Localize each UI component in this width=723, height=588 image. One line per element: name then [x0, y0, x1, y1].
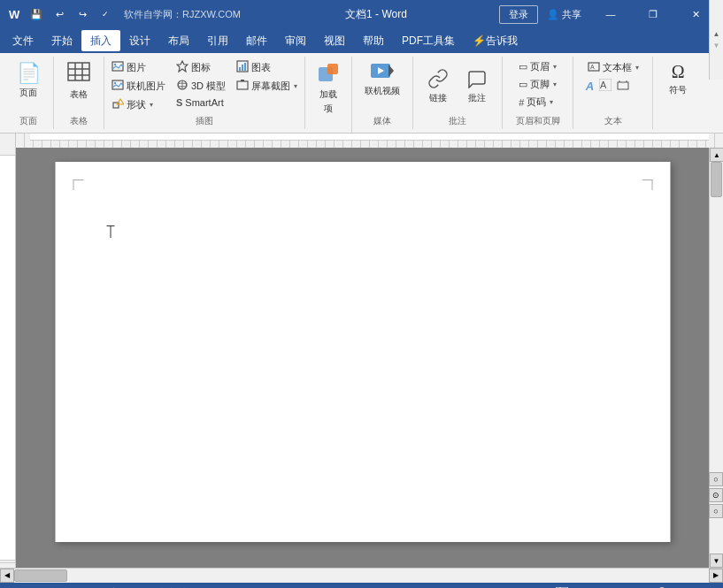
scroll-right-button[interactable]: ▶ [709, 569, 723, 583]
vertical-scrollbar[interactable]: ▲ ○ ⊙ ○ ▼ [709, 148, 723, 568]
page-icon: 📄 [17, 62, 41, 85]
ribbon-btn-smartart[interactable]: S SmartArt [173, 95, 229, 110]
ribbon-group-links: 链接 批注 批注 [413, 57, 503, 129]
ribbon-btn-screenshot[interactable]: 屏幕截图 ▾ [233, 77, 301, 95]
ribbon-btn-page[interactable]: 📄 页面 [11, 58, 46, 103]
menu-tell-me[interactable]: ⚡告诉我 [464, 30, 527, 51]
pagenumber-dropdown: ▾ [550, 98, 553, 106]
menu-mail[interactable]: 邮件 [237, 30, 276, 51]
menu-design[interactable]: 设计 [120, 30, 159, 51]
share-button[interactable]: 👤 共享 [540, 6, 588, 23]
ribbon-btn-icons[interactable]: 图标 [173, 58, 229, 76]
view-read-btn[interactable]: ⊟ [575, 584, 591, 588]
ribbon: 📄 页面 页面 表格 表格 [0, 53, 723, 134]
status-bar-right: ▤ ⊟ − + 100% [533, 584, 716, 588]
ribbon-btn-symbol[interactable]: Ω 符号 [660, 58, 696, 100]
link-icon [427, 69, 449, 90]
menu-review[interactable]: 审阅 [276, 30, 315, 51]
online-picture-icon [112, 79, 124, 93]
login-button[interactable]: 登录 [499, 5, 538, 24]
svg-rect-9 [112, 80, 123, 89]
minimize-button[interactable]: — [590, 0, 631, 28]
ribbon-btn-comment[interactable]: 批注 [459, 65, 495, 108]
menu-references[interactable]: 引用 [198, 30, 237, 51]
scroll-h-track[interactable] [14, 569, 709, 583]
text-cursor [110, 225, 111, 238]
scroll-thumb[interactable] [711, 162, 722, 197]
svg-text:A: A [600, 80, 607, 90]
menu-pdf[interactable]: PDF工具集 [393, 30, 464, 51]
select-object-button[interactable]: ⊙ [709, 488, 723, 502]
ribbon-group-media-label: 媒体 [352, 115, 412, 127]
smartart-icon: S [176, 97, 182, 108]
ribbon-group-table-label: 表格 [54, 115, 104, 127]
ribbon-btn-addins[interactable]: 加载 项 [311, 58, 346, 118]
save-qat-button[interactable]: 💾 [27, 4, 46, 24]
svg-rect-24 [327, 64, 338, 74]
vertical-ruler [0, 148, 16, 568]
footer-dropdown: ▾ [553, 80, 557, 88]
status-bar: 第 1 页，共 1 页 0 个字 🖊 中文(中国) ▤ ⊟ − + 100% [0, 582, 723, 588]
restore-button[interactable]: ❐ [633, 0, 673, 28]
menu-insert[interactable]: 插入 [81, 30, 120, 51]
prev-page-button[interactable]: ○ [709, 472, 723, 486]
ribbon-btn-chart[interactable]: 图表 [233, 58, 301, 76]
3d-icon [176, 79, 188, 93]
ribbon-group-pages-label: 页面 [4, 115, 53, 127]
menu-layout[interactable]: 布局 [159, 30, 198, 51]
ribbon-btn-table[interactable]: 表格 [61, 58, 96, 104]
ribbon-btn-pagenumber[interactable]: # 页码 ▾ [515, 94, 560, 111]
redo-qat-button[interactable]: ↪ [73, 4, 92, 24]
illustrations-col1: 图片 联机图片 形状 ▾ [108, 58, 169, 115]
document-area[interactable] [16, 148, 709, 568]
document-page[interactable] [55, 162, 670, 542]
menu-file[interactable]: 文件 [4, 30, 42, 51]
shapes-icon [112, 97, 124, 111]
ribbon-group-headerfooter-label: 页眉和页脚 [503, 115, 573, 127]
horizontal-ruler [16, 134, 723, 148]
ribbon-btn-3d[interactable]: 3D 模型 [173, 77, 229, 95]
menu-help[interactable]: 帮助 [354, 30, 393, 51]
ribbon-btn-signature[interactable] [615, 77, 631, 95]
share-icon: 👤 [547, 9, 559, 20]
scroll-h-thumb[interactable] [14, 569, 67, 582]
ribbon-btn-link[interactable]: 链接 [420, 65, 456, 108]
scroll-down-button[interactable]: ▼ [710, 554, 723, 568]
icons-icon [176, 60, 188, 74]
menu-view[interactable]: 视图 [315, 30, 354, 51]
ribbon-group-table: 表格 表格 [54, 57, 104, 129]
scroll-left-button[interactable]: ◀ [0, 569, 14, 583]
view-web-btn[interactable] [554, 584, 570, 588]
view-print-layout-btn[interactable]: ▤ [533, 584, 549, 588]
undo-qat-button[interactable]: ↩ [50, 4, 69, 24]
svg-rect-2 [68, 63, 89, 80]
ribbon-btn-dropcap[interactable]: A [597, 77, 613, 95]
ribbon-btn-online-picture[interactable]: 联机图片 [108, 77, 169, 95]
ribbon-btn-footer[interactable]: ▭ 页脚 ▾ [515, 76, 560, 93]
menu-home[interactable]: 开始 [42, 30, 81, 51]
next-page-button[interactable]: ○ [709, 504, 723, 518]
ribbon-btn-picture[interactable]: 图片 [108, 58, 169, 76]
ribbon-group-symbols: Ω 符号 [653, 57, 703, 129]
ribbon-btn-shapes[interactable]: 形状 ▾ [108, 95, 169, 113]
table-icon [67, 62, 90, 87]
ruler-corner [0, 134, 16, 148]
svg-marker-12 [117, 99, 124, 104]
ribbon-scroll-down[interactable]: ▼ [713, 42, 720, 50]
header-dropdown: ▾ [553, 63, 557, 71]
ribbon-btn-wordart[interactable]: A [584, 78, 596, 95]
signature-icon [617, 79, 629, 93]
svg-rect-20 [244, 63, 246, 71]
ribbon-scroll-up[interactable]: ▲ [713, 30, 720, 38]
ribbon-btn-online-video[interactable]: 联机视频 [359, 58, 405, 101]
ribbon-btn-header[interactable]: ▭ 页眉 ▾ [515, 58, 560, 75]
illustrations-col3: 图表 屏幕截图 ▾ [233, 58, 301, 115]
symbol-icon: Ω [672, 62, 685, 82]
comment-icon [466, 69, 488, 90]
svg-rect-19 [242, 65, 243, 71]
horizontal-scrollbar[interactable]: ◀ ▶ [0, 568, 723, 582]
textbox-icon: A [588, 60, 600, 74]
scroll-up-button[interactable]: ▲ [710, 148, 723, 162]
ruler-area [0, 134, 723, 148]
ribbon-btn-textbox[interactable]: A 文本框 ▾ [584, 58, 642, 76]
